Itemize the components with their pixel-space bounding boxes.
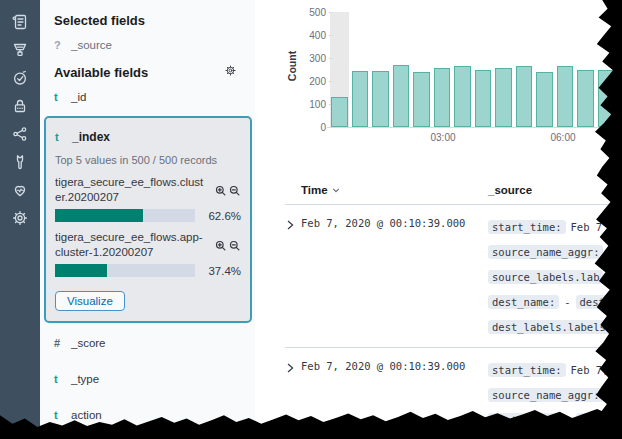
table-header: Time _source [285,182,622,205]
y-tick-label: 300 [300,53,326,64]
histogram-bar[interactable] [536,72,553,127]
filter-for-value-icon[interactable] [215,238,227,256]
histogram-bar[interactable] [413,72,430,127]
field-type-icon: ? [54,39,71,51]
field-settings-gear-icon[interactable] [224,62,237,84]
histogram-bar[interactable] [495,68,512,127]
x-axis-line [327,127,622,128]
field-type-icon: t [54,409,71,421]
sort-descending-icon[interactable] [331,185,341,195]
histogram-bar[interactable] [577,70,594,127]
field-item-_id[interactable]: t_id [40,84,255,110]
filter-out-value-icon[interactable] [229,238,241,256]
available-fields-list-bottom: #_scoret_typetaction# [40,325,255,439]
documents-table: Time _source Feb 7, 2020 @ 00:10:39.000s… [285,182,622,439]
source-field-value: - [564,296,570,308]
selected-fields-header: Selected fields [54,10,245,32]
source-field-key: start_time: [488,363,566,377]
field-item-_index[interactable]: t _index [55,126,241,148]
y-tick-label: 100 [300,99,326,110]
source-field-line: dest_labels.label [488,432,622,439]
histogram-bar[interactable] [352,71,369,127]
source-field-key: start_time: [488,220,566,234]
source-field-key: dest_name: [488,295,559,309]
histogram-plot[interactable] [330,12,622,127]
filter-out-value-icon[interactable] [229,183,241,201]
source-field-line: dest_name:-dest [488,289,622,314]
uptime-icon[interactable] [6,69,34,87]
field-item-action[interactable]: taction [40,397,255,433]
field-type-icon: t [54,373,71,385]
table-row: Feb 7, 2020 @ 00:10:39.000start_time:Feb… [285,348,622,439]
source-field-key: dest_name: [488,413,559,427]
source-field-line: dest_name:-dest, [488,407,622,432]
x-tick-label: 06:00 [543,132,583,143]
top-value-bucket: tigera_secure_ee_flows.app-cluster-1.202… [55,230,241,277]
kibana-discover-screenshot: Selected fields ?_source Available field… [0,0,622,439]
y-tick-label: 400 [300,30,326,41]
expand-row-icon[interactable] [285,357,301,439]
filter-for-value-icon[interactable] [215,183,227,201]
logs-icon[interactable] [6,13,34,31]
field-name: action [71,409,102,421]
column-header-time[interactable]: Time [301,184,488,196]
bucket-value: tigera_secure_ee_flows.app-cluster-1.202… [55,230,241,260]
field-item-partial[interactable]: # [40,433,255,439]
field-name: _type [71,373,99,385]
available-fields-title: Available fields [54,62,148,84]
histogram-bar[interactable] [372,71,389,127]
histogram-bar[interactable] [434,68,451,127]
selected-fields-list: ?_source [40,32,255,58]
heartbeat-icon[interactable] [6,181,34,199]
bucket-percent: 62.6% [195,210,241,222]
field-item-_type[interactable]: t_type [40,361,255,397]
source-field-value: Feb 7 [571,221,603,233]
selected-fields-title: Selected fields [54,10,145,32]
flows-icon[interactable] [6,41,34,59]
column-header-source: _source [488,184,532,196]
histogram-bar[interactable] [598,70,615,127]
field-item-_score[interactable]: #_score [40,325,255,361]
histogram-bar[interactable] [331,97,348,127]
source-field-value: - [564,414,570,426]
y-tick-label: 200 [300,76,326,87]
table-row: Feb 7, 2020 @ 00:10:39.000start_time:Feb… [285,205,622,348]
histogram-bar[interactable] [454,66,471,127]
source-field-value: Feb 7, [571,364,609,376]
gear-icon[interactable] [6,209,34,227]
row-source-cell: start_time:Feb 7,source_name_aggr:dest_n… [488,357,622,439]
source-field-key: dest_labels.labels [488,320,610,334]
bucket-percent: 37.4% [195,265,241,277]
histogram-bar[interactable] [475,70,492,128]
wrench-icon[interactable] [6,153,34,171]
top-values-summary: Top 5 values in 500 / 500 records [55,154,241,166]
source-field-line: source_labels.lab [488,264,622,289]
histogram-bar[interactable] [393,65,410,127]
field-item-_source[interactable]: ?_source [40,32,255,58]
bucket-progress-track [55,264,195,277]
available-fields-header: Available fields [54,62,245,84]
lock-icon[interactable] [6,97,34,115]
histogram-bar[interactable] [516,66,533,127]
visualize-button[interactable]: Visualize [55,291,125,311]
y-axis-title: Count [286,46,298,86]
y-tick-label: 500 [300,7,326,18]
field-type-icon: # [54,337,71,349]
row-source-cell: start_time:Feb 7source_name_aggr:source_… [488,214,622,339]
fields-sidebar: Selected fields ?_source Available field… [40,0,255,439]
source-field-line: dest_labels.labels [488,314,622,339]
field-name: _id [71,91,86,103]
source-field-key: source_name_aggr: [488,245,603,259]
field-type-icon: t [54,91,71,103]
row-timestamp: Feb 7, 2020 @ 00:10:39.000 [301,357,488,439]
expand-row-icon[interactable] [285,214,301,339]
field-name: _source [71,39,112,51]
field-name: _index [72,130,110,144]
field-name: _score [71,337,106,349]
source-field-key: dest [576,295,609,309]
bucket-progress-fill [55,209,143,222]
table-body: Feb 7, 2020 @ 00:10:39.000start_time:Feb… [285,205,622,439]
share-nodes-icon[interactable] [6,125,34,143]
histogram-bar[interactable] [557,66,574,127]
top-value-bucket: tigera_secure_ee_flows.cluster.20200207 … [55,175,241,222]
